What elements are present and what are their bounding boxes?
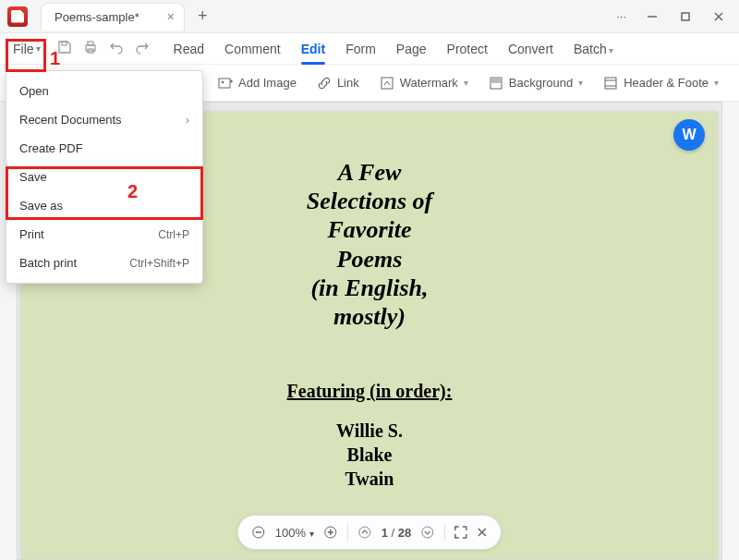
menu-edit[interactable]: Edit	[301, 42, 325, 56]
maximize-button[interactable]	[678, 9, 693, 24]
file-menu-button[interactable]: File ▾	[7, 38, 46, 60]
svg-rect-13	[605, 78, 616, 89]
tab-close-button[interactable]: ×	[167, 9, 175, 24]
background-label: Background	[509, 76, 573, 90]
print-icon[interactable]	[83, 40, 98, 57]
watermark-button[interactable]: Watermark ▾	[380, 76, 468, 91]
undo-icon[interactable]	[109, 40, 124, 57]
add-image-label: Add Image	[238, 76, 297, 90]
new-tab-button[interactable]: +	[198, 6, 208, 26]
svg-rect-8	[219, 79, 230, 88]
redo-icon[interactable]	[135, 40, 150, 57]
menu-open-label: Open	[19, 84, 49, 98]
menu-batch-print-label: Batch print	[19, 256, 77, 270]
page-indicator[interactable]: 1 / 28	[382, 526, 412, 540]
menu-recent-label: Recent Documents	[19, 113, 122, 127]
chevron-down-icon: ▾	[609, 45, 613, 55]
menu-print-label: Print	[19, 227, 44, 241]
main-menu-items: Read Comment Edit Form Page Protect Conv…	[174, 42, 613, 56]
zoom-in-button[interactable]	[323, 525, 338, 540]
background-button[interactable]: Background ▾	[489, 76, 583, 91]
chevron-down-icon: ▾	[309, 529, 314, 539]
add-image-button[interactable]: Add Image	[218, 76, 297, 91]
menu-recent-documents[interactable]: Recent Documents›	[6, 105, 202, 134]
zoom-out-button[interactable]	[251, 525, 266, 540]
menu-open[interactable]: Open	[6, 77, 202, 105]
more-actions-icon[interactable]: ···	[616, 9, 626, 23]
svg-rect-12	[491, 78, 502, 83]
fullscreen-button[interactable]	[454, 526, 467, 539]
page-total: 28	[398, 526, 411, 540]
file-label: File	[13, 42, 34, 56]
menu-batch-print[interactable]: Batch printCtrl+Shift+P	[6, 249, 202, 277]
prev-page-button[interactable]	[357, 525, 372, 540]
menu-convert[interactable]: Convert	[508, 42, 553, 56]
chevron-down-icon: ▾	[578, 78, 583, 88]
menu-print-shortcut: Ctrl+P	[158, 228, 189, 241]
next-page-button[interactable]	[420, 525, 435, 540]
svg-rect-1	[682, 13, 689, 20]
menu-comment[interactable]: Comment	[224, 42, 281, 56]
quick-access-toolbar	[57, 40, 150, 57]
menubar: File ▾ Read Comment Edit Form Page Prote…	[0, 33, 739, 65]
chevron-down-icon: ▾	[464, 78, 468, 88]
window-controls: ···	[616, 9, 739, 24]
link-button[interactable]: Link	[317, 76, 359, 91]
save-icon[interactable]	[57, 40, 72, 57]
title-line-6: mostly)	[21, 302, 718, 331]
menu-batch-label: Batch	[574, 42, 607, 56]
zoom-percent[interactable]: 100% ▾	[275, 526, 314, 540]
header-footer-label: Header & Foote	[624, 76, 709, 90]
tab-title: Poems-sample*	[55, 10, 139, 24]
menu-save-as-label: Save as	[19, 199, 63, 213]
author-3: Twain	[21, 467, 718, 491]
author-1: Willie S.	[21, 419, 718, 443]
separator	[444, 524, 445, 541]
menu-read[interactable]: Read	[174, 42, 204, 56]
featuring-heading: Featuring (in order):	[21, 381, 718, 402]
author-2: Blake	[21, 443, 718, 467]
chevron-down-icon: ▾	[36, 43, 41, 54]
chevron-right-icon: ›	[186, 114, 189, 127]
menu-batch[interactable]: Batch▾	[574, 42, 613, 56]
author-names: Willie S. Blake Twain	[21, 419, 718, 491]
svg-rect-6	[88, 42, 93, 45]
zoom-percent-value: 100%	[275, 526, 306, 540]
svg-rect-10	[382, 78, 393, 89]
svg-point-22	[422, 527, 433, 538]
file-dropdown-menu: Open Recent Documents› Create PDF Save S…	[6, 70, 203, 284]
word-export-badge[interactable]: W	[673, 119, 705, 151]
menu-print[interactable]: PrintCtrl+P	[6, 220, 202, 249]
svg-point-9	[222, 80, 224, 83]
menu-save[interactable]: Save	[6, 163, 202, 191]
app-icon	[7, 6, 28, 27]
menu-protect[interactable]: Protect	[447, 42, 488, 56]
zoom-bar: 100% ▾ 1 / 28	[237, 515, 502, 550]
titlebar: Poems-sample* × + ···	[0, 0, 739, 33]
header-footer-button[interactable]: Header & Foote ▾	[603, 76, 719, 91]
menu-page[interactable]: Page	[396, 42, 427, 56]
menu-create-pdf-label: Create PDF	[19, 141, 83, 155]
separator	[347, 524, 348, 541]
close-bar-button[interactable]	[477, 527, 488, 538]
menu-create-pdf[interactable]: Create PDF	[6, 134, 202, 163]
minimize-button[interactable]	[645, 9, 660, 24]
menu-batch-print-shortcut: Ctrl+Shift+P	[129, 257, 189, 270]
close-window-button[interactable]	[711, 9, 726, 24]
chevron-down-icon: ▾	[714, 78, 719, 88]
watermark-label: Watermark	[400, 76, 458, 90]
svg-point-21	[359, 527, 370, 538]
document-tab[interactable]: Poems-sample* ×	[41, 3, 185, 30]
menu-save-as[interactable]: Save as	[6, 191, 202, 220]
menu-form[interactable]: Form	[345, 42, 376, 56]
link-label: Link	[337, 76, 359, 90]
menu-save-label: Save	[19, 170, 47, 184]
page-sep: /	[388, 526, 398, 540]
